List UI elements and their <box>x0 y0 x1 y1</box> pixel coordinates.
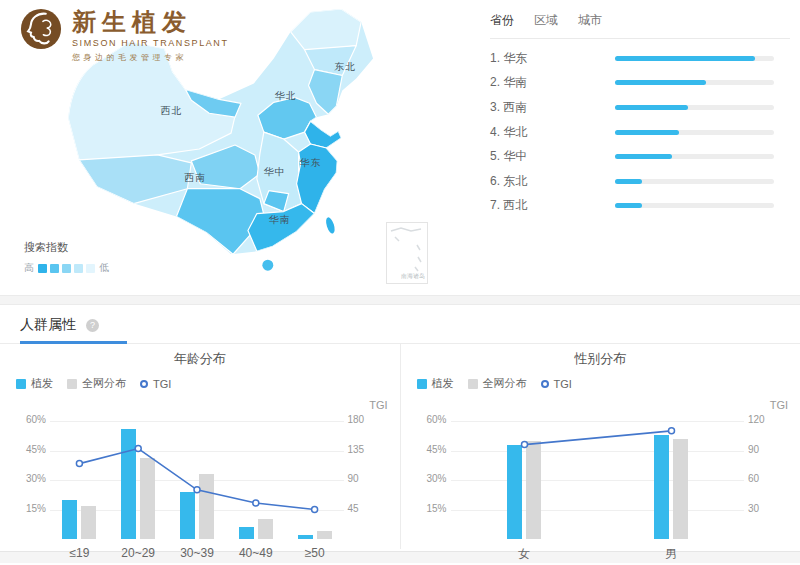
map-legend-swatch <box>62 264 71 273</box>
chart-title: 年龄分布 <box>10 350 390 368</box>
ranking-label: 4. 华北 <box>490 124 615 141</box>
ranking-panel: 省份区域城市 1. 华东2. 华南3. 西南4. 华北5. 华中6. 东北7. … <box>490 10 790 218</box>
map-legend-title: 搜索指数 <box>24 240 109 255</box>
ranking-bar-fill <box>615 80 706 85</box>
bar-primary <box>180 492 195 539</box>
overview-section: 新生植发 SIMSON HAIR TRANSPLANT 您身边的毛发管理专家 <box>0 0 800 295</box>
bar-overall <box>199 474 214 539</box>
gender-chart-plot: 15%3030%6045%9060%120女男 <box>451 421 745 539</box>
brand-name: 新生植发 <box>72 8 229 36</box>
legend-swatch-gray <box>468 379 478 389</box>
map-legend-high-label: 高 <box>24 261 34 275</box>
ranking-bar-track <box>615 105 774 110</box>
ranking-tabs: 省份区域城市 <box>490 10 790 39</box>
ranking-bar-fill <box>615 203 642 208</box>
right-axis-title: TGI <box>770 399 788 411</box>
legend-swatch-circle <box>541 380 549 388</box>
gridline <box>451 510 745 511</box>
ranking-bar-fill <box>615 179 642 184</box>
right-axis-tick: 180 <box>348 414 388 425</box>
legend-swatch-blue <box>417 379 427 389</box>
ranking-label: 7. 西北 <box>490 197 615 214</box>
tab-demographics[interactable]: 人群属性 ? <box>20 316 127 344</box>
left-axis-tick: 15% <box>10 503 46 514</box>
legend-item-tgi[interactable]: TGI <box>140 378 171 390</box>
charts-row: 年龄分布 植发 全网分布 TGI TGI 15%4530%9045%13560%… <box>0 344 800 549</box>
legend-swatch-circle <box>140 380 148 388</box>
bar-primary <box>62 500 77 539</box>
map-region-taiwan[interactable] <box>324 216 336 234</box>
left-axis-tick: 30% <box>10 473 46 484</box>
gridline <box>451 451 745 452</box>
category-label: 女 <box>489 546 559 563</box>
map-label-西北: 西北 <box>161 105 183 116</box>
chart-legend: 植发 全网分布 TGI <box>16 376 390 391</box>
legend-item-tgi[interactable]: TGI <box>541 378 572 390</box>
ranking-label: 3. 西南 <box>490 99 615 116</box>
map-label-西南: 西南 <box>184 172 206 183</box>
ranking-row[interactable]: 5. 华中 <box>490 144 790 169</box>
map-label-东北: 东北 <box>334 61 356 72</box>
help-icon[interactable]: ? <box>86 319 99 332</box>
left-axis-tick: 30% <box>411 473 447 484</box>
ranking-bar-fill <box>615 154 672 159</box>
legend-label: 全网分布 <box>483 376 527 391</box>
ranking-row[interactable]: 2. 华南 <box>490 71 790 96</box>
ranking-tab-省份[interactable]: 省份 <box>490 13 514 27</box>
category-label: ≥50 <box>280 546 350 560</box>
right-axis-tick: 60 <box>748 473 788 484</box>
legend-swatch-gray <box>67 379 77 389</box>
right-axis-tick: 90 <box>748 444 788 455</box>
legend-label: 植发 <box>31 376 53 391</box>
section-title: 人群属性 <box>20 316 76 332</box>
age-chart-plot: 15%4530%9045%13560%180≤1920~2930~3940~49… <box>50 421 344 539</box>
ranking-row[interactable]: 4. 华北 <box>490 120 790 145</box>
legend-item-primary[interactable]: 植发 <box>16 376 53 391</box>
gender-distribution-chart: 性别分布 植发 全网分布 TGI TGI 15%3030%6045%9060%1… <box>400 344 800 549</box>
map-region-huadong[interactable] <box>297 144 338 214</box>
ranking-row[interactable]: 7. 西北 <box>490 194 790 219</box>
legend-item-overall[interactable]: 全网分布 <box>67 376 126 391</box>
ranking-label: 1. 华东 <box>490 50 615 67</box>
ranking-bar-track <box>615 203 774 208</box>
legend-label: TGI <box>153 378 171 390</box>
map-region-hainan[interactable] <box>262 260 273 271</box>
map-region-heilongjiang[interactable] <box>291 9 362 50</box>
ranking-tab-区域[interactable]: 区域 <box>534 13 558 27</box>
map-legend-swatch <box>50 264 59 273</box>
bar-overall <box>317 531 332 539</box>
ranking-row[interactable]: 1. 华东 <box>490 46 790 71</box>
demographics-section: 人群属性 ? 年龄分布 植发 全网分布 TGI TGI 15%4530%9045… <box>0 305 800 551</box>
ranking-tab-城市[interactable]: 城市 <box>578 13 602 27</box>
left-axis-tick: 45% <box>411 444 447 455</box>
category-label: 男 <box>636 546 706 563</box>
legend-label: 全网分布 <box>82 376 126 391</box>
left-axis-tick: 60% <box>411 414 447 425</box>
ranking-label: 5. 华中 <box>490 148 615 165</box>
right-axis-tick: 30 <box>748 503 788 514</box>
section-divider <box>0 295 800 305</box>
bar-overall <box>526 441 541 539</box>
gridline <box>50 451 344 452</box>
legend-item-primary[interactable]: 植发 <box>417 376 454 391</box>
bar-primary <box>507 445 522 539</box>
map-legend-swatch <box>74 264 83 273</box>
tgi-point <box>253 500 259 506</box>
south-china-sea-inset: 南海诸岛 <box>386 222 428 284</box>
chart-title: 性别分布 <box>411 350 791 368</box>
demographics-header: 人群属性 ? <box>0 305 800 344</box>
age-distribution-chart: 年龄分布 植发 全网分布 TGI TGI 15%4530%9045%13560%… <box>0 344 400 549</box>
legend-item-overall[interactable]: 全网分布 <box>468 376 527 391</box>
tgi-point <box>76 461 82 467</box>
gridline <box>50 421 344 422</box>
bar-overall <box>81 506 96 539</box>
gridline <box>50 480 344 481</box>
right-axis-tick: 90 <box>348 473 388 484</box>
ranking-row[interactable]: 6. 东北 <box>490 169 790 194</box>
right-axis-tick: 135 <box>348 444 388 455</box>
ranking-label: 6. 东北 <box>490 173 615 190</box>
right-axis-tick: 120 <box>748 414 788 425</box>
bar-primary <box>121 429 136 539</box>
ranking-row[interactable]: 3. 西南 <box>490 95 790 120</box>
map-legend-swatches <box>38 264 95 273</box>
